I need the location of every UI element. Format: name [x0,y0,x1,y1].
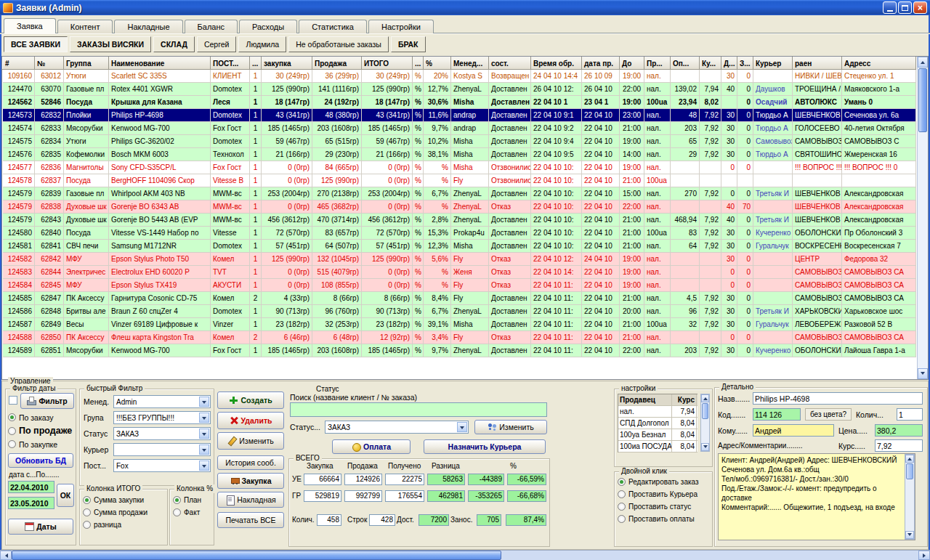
detail-to-input[interactable] [753,424,834,437]
quick-filter-select[interactable]: ЗАКАЗ [113,427,211,440]
table-row[interactable]: 12457962843Духовые шкGorenje BO 5443 AB … [3,214,916,227]
column-header[interactable]: Менед... [451,57,489,70]
table-row[interactable]: 12458062840ПосудаVitesse VS-1449 Набор п… [3,227,916,240]
maximize-button[interactable] [898,1,912,14]
table-row[interactable]: 12458562847ПК АксессуГарнитура Cosonic C… [3,292,916,305]
date-filter-option[interactable]: По заказу [8,411,72,423]
totals-column-option[interactable]: разница [83,519,147,531]
comment-scroll-up-button[interactable] [905,455,914,463]
tab-Контент[interactable]: Контент [57,20,113,33]
comment-scrollbar[interactable] [905,454,915,540]
chevron-down-icon[interactable] [457,422,467,432]
table-row[interactable]: 12456252846ПосудаКрышка для КазанаЛеся11… [3,96,916,109]
percent-column-option[interactable]: План [173,494,201,506]
chevron-down-icon[interactable] [199,413,209,423]
search-input[interactable] [290,402,547,417]
table-row[interactable]: 12458262842МФУEpson Stylus Photo T50Коме… [3,253,916,266]
detail-qty-input[interactable] [897,408,923,421]
table-row[interactable]: 12457862837ПосудаBergHOFF 1104096 СкорVi… [3,174,916,187]
table-row[interactable]: 12458462845МФУEpson Stylus TX419АКУСТИ10… [3,279,916,292]
column-header[interactable]: ИТОГО [362,57,413,70]
scroll-down-button[interactable] [918,368,928,379]
table-row[interactable]: 12458962851МясорубкиKenwood MG-700Fox Го… [3,344,916,357]
column-header[interactable]: % [424,57,451,70]
double-click-option[interactable]: Проставить оплаты [618,513,699,525]
tab-Настройки[interactable]: Настройки [368,20,434,33]
dates-button[interactable]: Даты [8,519,73,535]
quick-filter-select[interactable]: !!!БЕЗ ГРУППЫ!!! [113,411,211,424]
column-header[interactable]: Адресс [842,57,916,70]
column-header[interactable]: сост. [489,57,531,70]
column-header[interactable]: Время обр. [531,57,582,70]
horizontal-scrollbar-thumb[interactable] [12,551,501,560]
column-header[interactable]: ... [413,57,424,70]
view-button[interactable]: ВСЕ ЗАЯВКИ [4,36,68,52]
date-to-input[interactable] [8,497,54,509]
table-row[interactable]: 12457362832ПлойкиPhilips HP-4698Domotex1… [3,109,916,122]
column-header[interactable]: Группа [64,57,109,70]
print-all-button[interactable]: Печатать ВСЕ [217,512,284,528]
tab-Накладные[interactable]: Накладные [114,20,182,33]
table-row[interactable]: 12457762836МагнитолыSony CFD-S35CP/LFox … [3,161,916,174]
column-header[interactable]: Д... [721,57,737,70]
minimize-button[interactable] [883,1,897,14]
rates-scrollbar-thumb[interactable] [702,403,708,419]
quick-filter-select[interactable]: Admin [113,395,211,408]
column-header[interactable]: Продажа [312,57,362,70]
table-row[interactable]: 12457962839Газовые плWhirlpool AKM 403 N… [3,187,916,200]
scroll-up-button[interactable] [918,57,928,68]
date-filter-option[interactable]: По закупке [8,438,72,450]
double-click-option[interactable]: Проставить Курьера [618,488,699,500]
date-filter-option[interactable]: По продаже [8,423,72,438]
percent-column-option[interactable]: Факт [173,506,201,519]
view-button[interactable]: БРАК [391,36,426,52]
column-header[interactable]: Курьер [753,57,793,70]
refresh-db-button[interactable]: Обновить БД [8,453,73,468]
quick-filter-select[interactable]: Fox [113,459,211,472]
table-row[interactable]: 10916063012УтюгиScarlett SC 335SКЛИЕНТ13… [3,70,916,83]
no-color-label[interactable]: без цвета? [805,408,852,421]
table-row[interactable]: 12457662835КофемолкиBosch MKM 6003Технох… [3,148,916,161]
chevron-down-icon[interactable] [199,429,209,439]
column-header[interactable]: № [35,57,64,70]
tab-Расходы[interactable]: Расходы [239,20,297,33]
table-row[interactable]: 12457462833МясорубкиKenwood MG-700Fox Го… [3,122,916,135]
filter-checkbox[interactable] [9,396,17,405]
view-button[interactable]: Сергей [197,36,237,52]
tab-Статистика[interactable]: Статистика [299,20,367,33]
table-row[interactable]: 12457562834УтюгиPhilips GC-3620/02Domote… [3,135,916,148]
invoice-button[interactable]: Накладная [217,492,284,508]
rates-scrollbar[interactable] [700,394,710,452]
table-horizontal-scrollbar[interactable] [0,550,930,560]
table-row[interactable]: 12458662848Бритвы алеBraun Z 60 спцZer 4… [3,305,916,318]
table-row[interactable]: 12458362844ЭлектричесElectrolux EHD 6002… [3,266,916,279]
rates-row[interactable]: 100иа ПОСУДА8,04 [618,441,698,453]
filter-button[interactable]: Фильтр [20,393,74,409]
rates-scroll-down-button[interactable] [701,443,709,451]
quick-filter-select[interactable] [113,443,211,456]
history-button[interactable]: История сооб. [217,455,284,470]
column-header[interactable]: ... [250,57,262,70]
change-status-button[interactable]: Изменить [474,420,547,434]
edit-button[interactable]: Изменить [217,432,284,450]
ok-button[interactable]: ОК [57,484,74,507]
column-header[interactable]: Оп... [671,57,700,70]
table-row[interactable]: 12447063070Газовые плRotex 4401 XGWRDomo… [3,83,916,96]
delete-button[interactable]: Удалить [217,412,284,429]
detail-rate-input[interactable] [875,439,923,452]
table-row[interactable]: 12457962838Духовые шкGorenje BO 6343 ABM… [3,200,916,214]
vertical-scrollbar-thumb[interactable] [918,68,927,132]
view-button[interactable]: ЗАКАЗЫ ВИСЯКИ [70,36,151,52]
chevron-down-icon[interactable] [199,460,209,471]
totals-column-option[interactable]: Сумма продажи [83,506,147,519]
totals-column-option[interactable]: Сумма закупки [83,494,147,506]
create-button[interactable]: Создать [217,391,284,409]
column-header[interactable]: Ку... [700,57,721,70]
column-header[interactable]: ПОСТ... [211,57,250,70]
detail-price-input[interactable] [875,424,923,437]
tab-Баланс[interactable]: Баланс [185,20,238,33]
date-from-input[interactable] [8,481,54,493]
column-header[interactable]: До [620,57,644,70]
detail-code-input[interactable] [753,408,801,421]
view-button[interactable]: Не обработаные заказы [288,36,389,52]
